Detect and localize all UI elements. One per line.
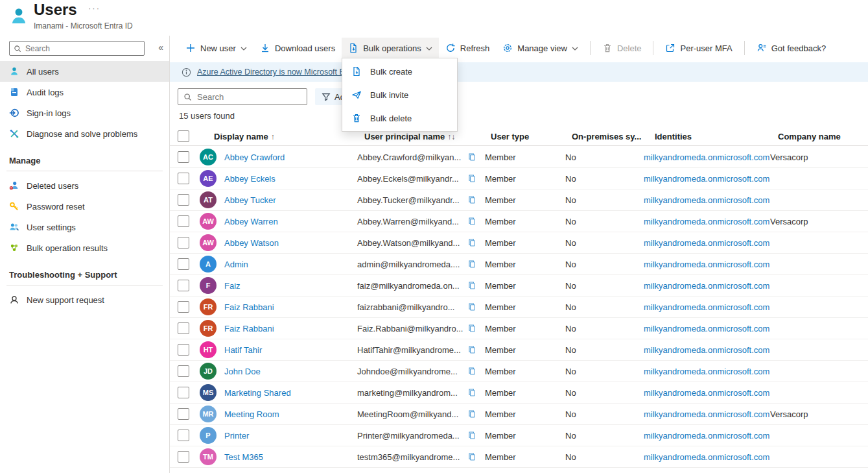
identity-link[interactable]: milkyandromeda.onmicrosoft.com — [644, 260, 769, 269]
refresh-button[interactable]: Refresh — [439, 38, 497, 58]
user-display-name-link[interactable]: Faiz Rabbani — [224, 302, 274, 312]
copy-icon[interactable] — [467, 281, 476, 291]
column-user-type[interactable]: User type — [491, 132, 529, 141]
sidebar-search-input[interactable] — [25, 44, 140, 53]
copy-icon[interactable] — [467, 324, 476, 334]
copy-icon[interactable] — [467, 367, 476, 376]
delete-button[interactable]: Delete — [596, 38, 648, 58]
identity-link[interactable]: milkyandromeda.onmicrosoft.com — [644, 431, 769, 441]
identity-link[interactable]: milkyandromeda.onmicrosoft.com — [644, 152, 769, 162]
table-row[interactable]: AW Abbey Warren Abbey.Warren@milkyand...… — [170, 211, 868, 232]
row-checkbox[interactable] — [178, 408, 189, 420]
user-display-name-link[interactable]: Abbey Eckels — [224, 174, 276, 184]
copy-icon[interactable] — [467, 217, 476, 226]
copy-icon[interactable] — [467, 152, 476, 162]
sidebar-item-user-settings[interactable]: User settings — [0, 217, 169, 237]
copy-icon[interactable] — [467, 195, 476, 205]
table-row[interactable]: MS Marketing Shared marketing@milkyandro… — [170, 382, 868, 404]
identity-link[interactable]: milkyandromeda.onmicrosoft.com — [644, 409, 769, 419]
table-row[interactable]: F Faiz faiz@milkyandromeda.on... Member … — [170, 275, 868, 297]
users-search-input[interactable] — [197, 92, 301, 102]
identity-link[interactable]: milkyandromeda.onmicrosoft.com — [644, 452, 769, 462]
identity-link[interactable]: milkyandromeda.onmicrosoft.com — [644, 217, 769, 226]
column-display-name[interactable]: Display name↑ — [214, 132, 275, 141]
user-display-name-link[interactable]: Hatif Tahir — [224, 345, 262, 355]
select-all-checkbox[interactable] — [178, 130, 189, 142]
sidebar-search[interactable] — [9, 41, 145, 56]
table-row[interactable]: TM Test M365 testm365@milkyandrome... Me… — [170, 446, 868, 468]
user-display-name-link[interactable]: Abbey Watson — [224, 238, 279, 248]
per-user-mfa-button[interactable]: Per-user MFA — [659, 38, 738, 58]
copy-icon[interactable] — [467, 388, 476, 398]
table-row[interactable]: MR Meeting Room MeetingRoom@milkyand... … — [170, 404, 868, 425]
sidebar-item-diagnose[interactable]: Diagnose and solve problems — [0, 123, 169, 144]
sidebar-item-all-users[interactable]: All users — [0, 61, 169, 82]
identity-link[interactable]: milkyandromeda.onmicrosoft.com — [644, 238, 769, 248]
row-checkbox[interactable] — [178, 387, 189, 398]
copy-icon[interactable] — [467, 174, 476, 184]
user-display-name-link[interactable]: Faiz Rabbani — [224, 324, 274, 334]
collapse-sidebar-icon[interactable]: « — [158, 42, 163, 53]
row-checkbox[interactable] — [178, 258, 189, 270]
column-user-principal-name[interactable]: User principal name↑↓ — [364, 132, 455, 141]
identity-link[interactable]: milkyandromeda.onmicrosoft.com — [644, 195, 769, 205]
row-checkbox[interactable] — [178, 237, 189, 249]
manage-view-button[interactable]: Manage view — [496, 38, 585, 58]
new-user-button[interactable]: New user — [179, 38, 253, 58]
table-row[interactable]: AT Abbey Tucker Abbey.Tucker@milkyandr..… — [170, 189, 868, 211]
user-display-name-link[interactable]: Abbey Crawford — [224, 152, 285, 162]
user-display-name-link[interactable]: Test M365 — [224, 452, 263, 462]
row-checkbox[interactable] — [178, 215, 189, 227]
row-checkbox[interactable] — [178, 301, 189, 313]
table-row[interactable]: AE Abbey Eckels Abbey.Eckels@milkyandr..… — [170, 168, 868, 189]
table-row[interactable]: P Printer Printer@milkyandromeda... Memb… — [170, 425, 868, 446]
sidebar-item-bulk-operation-results[interactable]: Bulk operation results — [0, 237, 169, 258]
copy-icon[interactable] — [467, 345, 476, 355]
table-row[interactable]: FR Faiz Rabbani faizrabbani@milkyandro..… — [170, 297, 868, 318]
copy-icon[interactable] — [467, 452, 476, 462]
user-display-name-link[interactable]: Abbey Tucker — [224, 195, 276, 205]
sidebar-item-new-support-request[interactable]: New support request — [0, 289, 169, 310]
table-row[interactable]: AW Abbey Watson Abbey.Watson@milkyand...… — [170, 232, 868, 254]
table-row[interactable]: HT Hatif Tahir HatifTahir@milkyandrome..… — [170, 339, 868, 361]
identity-link[interactable]: milkyandromeda.onmicrosoft.com — [644, 367, 769, 376]
more-menu-icon[interactable]: ··· — [88, 3, 100, 13]
copy-icon[interactable] — [467, 238, 476, 248]
row-checkbox[interactable] — [178, 280, 189, 291]
identity-link[interactable]: milkyandromeda.onmicrosoft.com — [644, 174, 769, 184]
menu-item-bulk-create[interactable]: Bulk create — [342, 60, 457, 83]
user-display-name-link[interactable]: Printer — [224, 431, 249, 441]
row-checkbox[interactable] — [178, 173, 189, 184]
column-company-name[interactable]: Company name — [778, 132, 841, 141]
table-row[interactable]: A Admin admin@milkyandromeda.... Member … — [170, 254, 868, 275]
users-search[interactable] — [178, 88, 307, 105]
menu-item-bulk-invite[interactable]: Bulk invite — [342, 83, 457, 106]
user-display-name-link[interactable]: Faiz — [224, 281, 240, 291]
row-checkbox[interactable] — [178, 322, 189, 334]
got-feedback-button[interactable]: Got feedback? — [750, 38, 833, 58]
menu-item-bulk-delete[interactable]: Bulk delete — [342, 106, 457, 130]
download-users-button[interactable]: Download users — [253, 38, 342, 58]
row-checkbox[interactable] — [178, 451, 189, 463]
row-checkbox[interactable] — [178, 194, 189, 206]
identity-link[interactable]: milkyandromeda.onmicrosoft.com — [644, 345, 769, 355]
user-display-name-link[interactable]: Meeting Room — [224, 409, 279, 419]
copy-icon[interactable] — [467, 431, 476, 441]
sidebar-item-sign-in-logs[interactable]: Sign-in logs — [0, 103, 169, 123]
row-checkbox[interactable] — [178, 151, 189, 163]
table-row[interactable]: AC Abbey Crawford Abbey.Crawford@milkyan… — [170, 147, 868, 168]
copy-icon[interactable] — [467, 409, 476, 419]
row-checkbox[interactable] — [178, 344, 189, 356]
table-row[interactable]: FR Faiz Rabbani Faiz.Rabbani@milkyandro.… — [170, 318, 868, 339]
user-display-name-link[interactable]: John Doe — [224, 367, 261, 376]
identity-link[interactable]: milkyandromeda.onmicrosoft.com — [644, 388, 769, 398]
user-display-name-link[interactable]: Admin — [224, 260, 248, 269]
identity-link[interactable]: milkyandromeda.onmicrosoft.com — [644, 281, 769, 291]
user-display-name-link[interactable]: Abbey Warren — [224, 217, 278, 226]
user-display-name-link[interactable]: Marketing Shared — [224, 388, 291, 398]
identity-link[interactable]: milkyandromeda.onmicrosoft.com — [644, 302, 769, 312]
table-row[interactable]: JD John Doe Johndoe@milkyandrome... Memb… — [170, 361, 868, 382]
row-checkbox[interactable] — [178, 430, 189, 441]
sidebar-item-password-reset[interactable]: Password reset — [0, 196, 169, 217]
sidebar-item-deleted-users[interactable]: Deleted users — [0, 175, 169, 196]
